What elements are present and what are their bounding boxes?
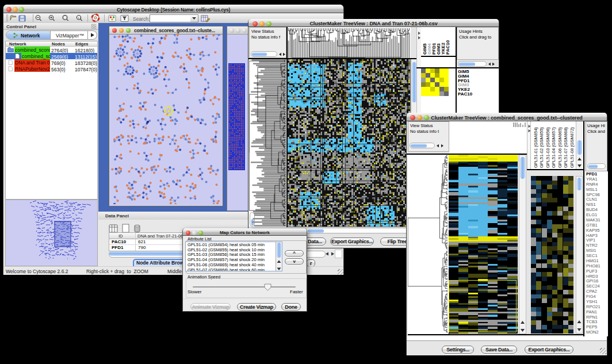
svg-text:GPL51-01 (GSM854): GPL51-01 (GSM854) [533,127,538,168]
svg-text:GPL51-07 (GSM868): GPL51-07 (GSM868) [563,127,568,168]
svg-text:GPL51-04 (GSM857): GPL51-04 (GSM857) [551,127,556,168]
svg-text:GPL51-08 (GSM872): GPL51-08 (GSM872) [569,127,575,168]
svg-text:PAC10: PAC10 [445,40,450,55]
svg-text:GPL51-03 (GSM856): GPL51-03 (GSM856) [545,127,550,168]
svg-text:GPL51-06 (GSM865): GPL51-06 (GSM865) [557,127,563,168]
svg-text:GPL51-02 (GSM855): GPL51-02 (GSM855) [539,127,544,168]
svg-text:1:1: 1:1 [78,17,82,20]
